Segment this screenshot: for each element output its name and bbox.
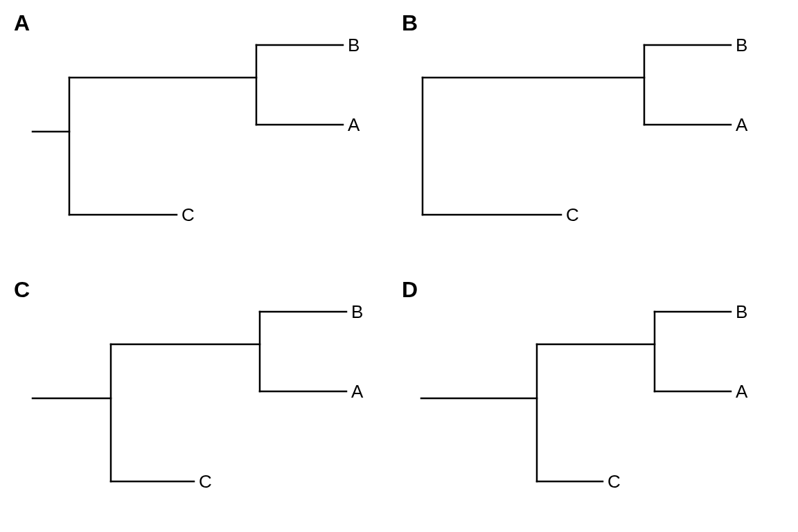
tip-label-d-a: A [736,381,747,402]
tip-label-c-a: A [351,381,363,402]
tip-label-b-a: A [736,114,747,136]
tip-label-a-a: A [348,114,360,136]
tip-label-b-c: C [566,204,579,226]
tree-b [423,45,731,215]
tree-d [421,312,731,481]
tip-label-c-c: C [199,471,212,493]
tip-label-c-b: B [351,301,363,323]
tree-c [33,312,346,481]
tip-label-d-b: B [736,301,747,323]
tree-a [33,45,343,215]
tip-label-a-b: B [348,35,360,56]
tip-label-b-b: B [736,35,747,56]
tip-label-a-c: C [181,204,195,226]
tip-label-d-c: C [608,471,621,493]
phylogeny-figure [0,0,798,532]
